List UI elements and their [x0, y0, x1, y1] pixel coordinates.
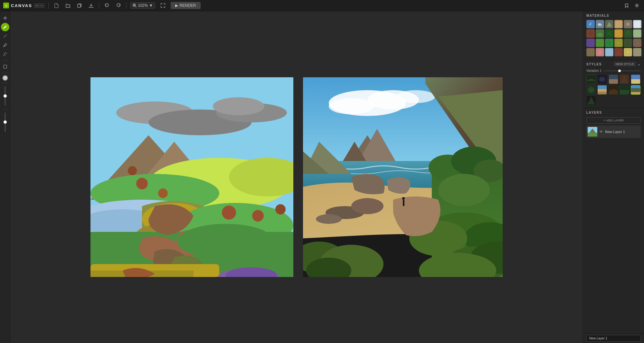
tool-separator	[2, 60, 8, 61]
material-mountain[interactable]	[605, 20, 613, 28]
svg-rect-84	[587, 49, 594, 55]
svg-point-31	[177, 224, 274, 259]
brush-size-handle	[4, 94, 7, 98]
material-pine[interactable]	[605, 29, 613, 38]
material-sand[interactable]	[614, 20, 623, 28]
tool-eyedropper[interactable]	[1, 41, 9, 49]
material-green2[interactable]	[596, 39, 604, 47]
style-thumb-4[interactable]	[620, 74, 629, 84]
material-purple[interactable]	[586, 39, 595, 47]
undo-button[interactable]	[103, 2, 111, 9]
canvas-left[interactable]	[90, 77, 293, 277]
export-button[interactable]	[87, 2, 95, 9]
styles-section-title: STYLES NEW STYLE	[586, 62, 641, 66]
right-panel: MATERIALS	[583, 11, 644, 343]
tool-drag[interactable]	[1, 14, 9, 22]
svg-point-53	[402, 197, 405, 200]
material-tropical[interactable]	[605, 39, 613, 47]
material-forest[interactable]	[624, 29, 632, 38]
svg-point-35	[329, 98, 374, 114]
svg-rect-70	[634, 21, 640, 27]
redo-button[interactable]	[115, 2, 122, 9]
style-thumb-2[interactable]	[597, 74, 607, 84]
brush-size-slider[interactable]	[5, 86, 6, 106]
canvas-area[interactable]	[10, 11, 583, 343]
color-swatch-light[interactable]	[2, 75, 8, 81]
render-button[interactable]: ▶ RENDER	[171, 2, 201, 9]
brush-opacity-slider[interactable]	[5, 112, 6, 132]
variation-slider[interactable]	[603, 71, 641, 71]
duplicate-button[interactable]	[76, 2, 83, 9]
svg-rect-77	[634, 30, 640, 37]
material-swamp[interactable]	[624, 39, 632, 47]
drawing-canvas[interactable]	[90, 77, 293, 277]
material-ruins[interactable]	[586, 48, 595, 56]
svg-marker-73	[607, 31, 611, 35]
material-flowers[interactable]	[596, 48, 604, 56]
topbar: N CANVAS BETA 102% ▼ ▶ RENDER	[0, 0, 644, 11]
layer-item-1[interactable]: 👁 New Layer 1	[586, 126, 641, 138]
svg-rect-108	[631, 88, 640, 92]
svg-point-92	[599, 77, 605, 82]
render-play-icon: ▶	[175, 3, 178, 8]
svg-point-25	[252, 210, 264, 222]
material-rock[interactable]	[624, 20, 632, 28]
svg-rect-82	[625, 40, 631, 46]
material-rock2[interactable]	[633, 39, 641, 47]
styles-section: STYLES NEW STYLE Variation 1	[583, 59, 644, 108]
tool-fill[interactable]	[1, 50, 9, 58]
material-grass-hill[interactable]	[596, 29, 604, 38]
style-thumb-10[interactable]	[631, 85, 640, 95]
photo-canvas[interactable]	[303, 77, 503, 277]
new-file-button[interactable]	[52, 2, 60, 9]
layer-tooltip-area: New Layer 1	[583, 334, 644, 343]
tool-brush[interactable]	[1, 23, 9, 31]
fit-button[interactable]	[159, 2, 167, 9]
zoom-control[interactable]: 102% ▼	[130, 2, 155, 9]
material-water[interactable]	[586, 20, 595, 28]
app-title: CANVAS	[11, 3, 32, 8]
svg-rect-79	[597, 40, 603, 46]
material-desert[interactable]	[614, 29, 623, 38]
material-tundra[interactable]	[633, 29, 641, 38]
style-thumb-3[interactable]	[609, 74, 618, 84]
styles-collapse-icon[interactable]	[638, 62, 641, 66]
svg-rect-98	[631, 79, 640, 84]
style-thumb-8[interactable]	[609, 85, 618, 95]
add-layer-button[interactable]: + ADD LAYER	[586, 117, 641, 124]
style-thumb-9[interactable]	[620, 85, 629, 95]
svg-point-85	[598, 50, 602, 54]
material-sparkle[interactable]	[624, 48, 632, 56]
svg-point-8	[213, 97, 264, 115]
material-clouds[interactable]	[596, 20, 604, 28]
beta-badge: BETA	[34, 4, 44, 8]
tool-pencil[interactable]	[1, 32, 9, 40]
style-thumb-6[interactable]	[586, 85, 596, 95]
layer-tooltip: New Layer 1	[586, 335, 641, 342]
style-thumb-7[interactable]	[597, 85, 607, 95]
material-earth[interactable]	[586, 29, 595, 38]
layer-visibility-icon[interactable]: 👁	[599, 129, 603, 134]
svg-point-36	[396, 90, 435, 103]
style-thumb-1[interactable]	[586, 74, 596, 84]
canvas-right[interactable]	[303, 77, 503, 277]
style-thumb-5[interactable]	[631, 74, 640, 84]
zoom-value: 102%	[138, 3, 148, 8]
material-autumn[interactable]	[614, 39, 623, 47]
style-thumb-11[interactable]	[586, 96, 596, 105]
svg-point-100	[588, 87, 594, 93]
topbar-divider-3	[126, 2, 127, 9]
bookmark-button[interactable]	[623, 2, 630, 9]
svg-rect-101	[598, 85, 607, 89]
tool-separator-4	[2, 109, 8, 109]
material-ice[interactable]	[605, 48, 613, 56]
render-label: RENDER	[180, 3, 196, 8]
open-file-button[interactable]	[64, 2, 72, 9]
material-volcano[interactable]	[614, 48, 623, 56]
tool-shapes[interactable]	[1, 62, 9, 71]
material-snow[interactable]	[633, 20, 641, 28]
material-fossil[interactable]	[633, 48, 641, 56]
settings-button[interactable]	[633, 2, 641, 9]
svg-point-22	[158, 188, 168, 198]
new-style-button[interactable]: NEW STYLE	[614, 62, 636, 66]
